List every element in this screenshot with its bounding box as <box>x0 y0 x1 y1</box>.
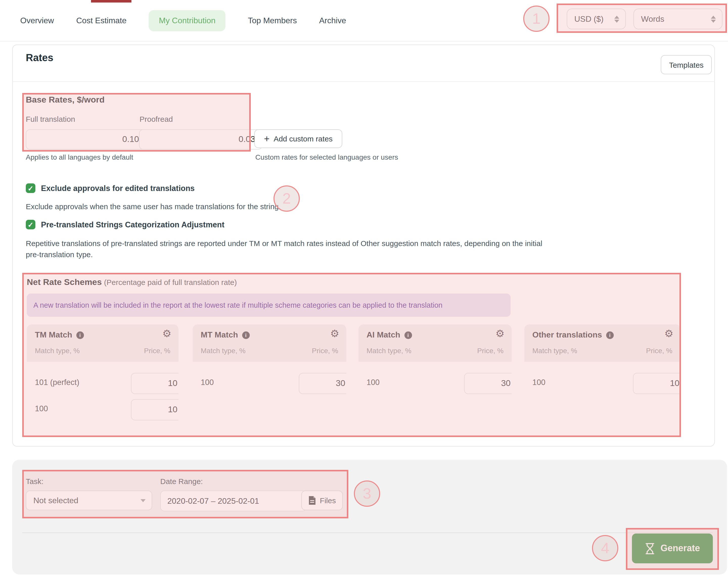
lowest-rate-banner: A new translation will be included in th… <box>27 294 511 317</box>
tm-100-price-input[interactable] <box>131 399 179 420</box>
task-label: Task: <box>26 477 44 486</box>
files-button-label: Files <box>320 496 336 505</box>
rates-card-header <box>12 45 715 82</box>
currency-select[interactable]: USD ($) <box>567 8 626 29</box>
base-rates-note: Applies to all languages by default <box>26 153 133 161</box>
info-icon[interactable]: i <box>404 331 412 339</box>
lowest-rate-banner-text: A new translation will be included in th… <box>33 301 443 309</box>
match-type-value: 100 <box>366 378 380 387</box>
base-rates-title: Base Rates, $/word <box>26 95 105 105</box>
mt-match-title: MT Match i <box>201 330 250 339</box>
full-translation-label: Full translation <box>26 115 75 123</box>
date-range-label: Date Range: <box>160 477 203 486</box>
generate-button[interactable]: Generate <box>632 533 713 563</box>
match-type-column-header: Match type, % <box>201 347 245 355</box>
ai-match-card-header <box>359 324 512 362</box>
ai-match-title: AI Match i <box>366 330 412 339</box>
proofread-label: Proofread <box>139 115 173 123</box>
price-column-header: Price, % <box>312 347 338 355</box>
panel-divider <box>22 532 713 533</box>
mt-match-card: MT Match i ⚙ Match type, % Price, % 100 <box>192 324 346 433</box>
gear-icon[interactable]: ⚙ <box>664 328 673 338</box>
exclude-approvals-description: Exclude approvals when the same user has… <box>26 201 281 212</box>
proofread-rate-input[interactable] <box>139 129 262 149</box>
match-type-column-header: Match type, % <box>35 347 80 355</box>
match-type-column-header: Match type, % <box>532 347 577 355</box>
gear-icon[interactable]: ⚙ <box>162 328 172 338</box>
custom-rates-note: Custom rates for selected languages or u… <box>255 153 398 161</box>
templates-button[interactable]: Templates <box>661 55 712 74</box>
info-icon[interactable]: i <box>76 331 84 339</box>
exclude-approvals-checkbox[interactable]: ✓ <box>26 184 35 193</box>
price-column-header: Price, % <box>477 347 503 355</box>
info-icon[interactable]: i <box>242 331 250 339</box>
other-translations-title: Other translations i <box>532 330 614 339</box>
files-button[interactable]: Files <box>301 491 343 510</box>
net-rate-schemes-subtitle: (Percentage paid of full translation rat… <box>104 278 237 286</box>
tab-archive[interactable]: Archive <box>319 16 346 25</box>
ai-match-card: AI Match i ⚙ Match type, % Price, % 100 <box>359 324 512 433</box>
sort-arrows-icon <box>711 16 716 23</box>
tab-top-members[interactable]: Top Members <box>248 16 297 25</box>
report-generation-page: Overview Cost Estimate My Contribution T… <box>0 0 728 580</box>
other-100-price-input[interactable] <box>633 373 680 394</box>
match-type-value: 100 <box>532 378 546 387</box>
gear-icon[interactable]: ⚙ <box>330 328 339 338</box>
rates-card-title: Rates <box>26 52 53 64</box>
match-type-value: 100 <box>35 404 48 413</box>
tm-match-card-header <box>27 324 179 362</box>
gear-icon[interactable]: ⚙ <box>495 328 504 338</box>
add-custom-rates-button[interactable]: + Add custom rates <box>254 129 342 148</box>
tab-overview[interactable]: Overview <box>20 16 54 25</box>
pretranslated-adjustment-label: Pre-translated Strings Categorization Ad… <box>41 220 225 229</box>
task-select[interactable]: Not selected <box>26 491 152 510</box>
checkmark-icon: ✓ <box>28 184 33 192</box>
generation-panel <box>12 460 727 575</box>
tab-my-contribution[interactable]: My Contribution <box>149 10 226 31</box>
mt-match-card-header <box>192 324 346 362</box>
task-select-value: Not selected <box>33 496 78 505</box>
info-icon[interactable]: i <box>606 331 614 339</box>
currency-select-value: USD ($) <box>574 15 604 24</box>
full-translation-rate-input[interactable] <box>26 129 146 149</box>
exclude-approvals-label: Exclude approvals for edited translation… <box>41 184 194 193</box>
date-range-input[interactable] <box>160 491 306 511</box>
tab-cost-estimate[interactable]: Cost Estimate <box>76 16 126 25</box>
other-translations-title-text: Other translations <box>532 330 602 339</box>
generate-button-label: Generate <box>660 543 700 554</box>
other-translations-card: Other translations i ⚙ Match type, % Pri… <box>524 324 680 433</box>
price-column-header: Price, % <box>144 347 171 355</box>
plus-icon: + <box>264 134 269 143</box>
tm-101-price-input[interactable] <box>131 373 179 394</box>
ai-100-price-input[interactable] <box>464 373 512 394</box>
pretranslated-adjustment-description: Repetitive translations of pre-translate… <box>26 238 551 260</box>
tm-match-title: TM Match i <box>35 330 84 339</box>
unit-select[interactable]: Words <box>633 8 723 29</box>
match-type-value: 100 <box>201 378 214 387</box>
add-custom-rates-label: Add custom rates <box>274 134 332 143</box>
other-translations-card-header <box>524 324 680 362</box>
report-tabs: Overview Cost Estimate My Contribution T… <box>20 9 346 32</box>
net-rate-schemes-title-text: Net Rate Schemes <box>27 277 102 287</box>
pretranslated-adjustment-checkbox[interactable]: ✓ <box>26 220 35 229</box>
unit-select-value: Words <box>641 15 664 24</box>
price-column-header: Price, % <box>646 347 672 355</box>
mt-match-title-text: MT Match <box>201 330 238 339</box>
ai-match-title-text: AI Match <box>366 330 400 339</box>
net-rate-schemes-title: Net Rate Schemes (Percentage paid of ful… <box>27 277 237 287</box>
sort-arrows-icon <box>614 16 619 23</box>
tm-match-title-text: TM Match <box>35 330 72 339</box>
mt-100-price-input[interactable] <box>299 373 346 394</box>
chevron-down-icon <box>140 499 146 502</box>
tm-match-card: TM Match i ⚙ Match type, % Price, % 101 … <box>27 324 179 433</box>
match-type-column-header: Match type, % <box>366 347 411 355</box>
checkmark-icon: ✓ <box>28 221 33 229</box>
file-icon <box>308 496 316 505</box>
templates-button-label: Templates <box>669 60 704 69</box>
match-type-value: 101 (perfect) <box>35 378 79 387</box>
hourglass-icon <box>645 542 655 554</box>
